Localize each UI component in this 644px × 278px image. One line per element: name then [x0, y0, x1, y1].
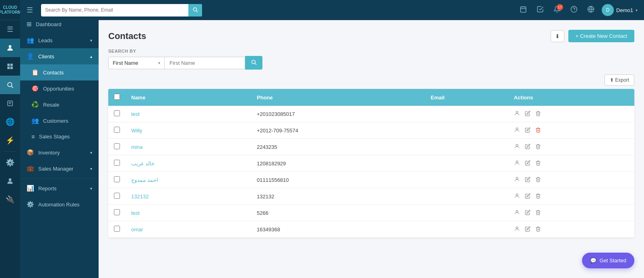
row-checkbox-5[interactable] [114, 193, 120, 199]
download-button[interactable]: ⬇ [551, 30, 564, 42]
contact-name-link-6[interactable]: test [131, 210, 140, 216]
action-edit-icon-3[interactable] [525, 160, 530, 167]
sidebar-icon-user-bottom[interactable] [0, 172, 20, 190]
contact-name-link-7[interactable]: omar [131, 227, 143, 233]
topbar-search-input[interactable] [41, 5, 188, 15]
svg-rect-4 [10, 67, 13, 69]
action-edit-icon-0[interactable] [525, 111, 530, 117]
action-delete-icon-1[interactable] [535, 127, 541, 134]
get-started-button[interactable]: 💬 Get Started [582, 253, 634, 268]
action-person-icon-1[interactable] [514, 127, 520, 134]
topbar-user-area[interactable]: D Demo1 ▾ [602, 4, 638, 16]
contact-name-link-2[interactable]: mina [131, 144, 142, 150]
row-phone-cell: 01111556810 [251, 172, 425, 188]
row-name-cell: test [126, 106, 251, 122]
action-edit-icon-1[interactable] [525, 127, 530, 134]
sidebar-icon-globe[interactable]: 🌐 [0, 113, 20, 131]
action-person-icon-4[interactable] [514, 176, 520, 183]
row-email-cell [425, 106, 508, 122]
sidebar-item-reports[interactable]: 📊 Reports ▾ [20, 180, 99, 196]
contact-name-link-4[interactable]: احمد ممدوح [131, 177, 158, 183]
action-person-icon-7[interactable] [514, 226, 520, 233]
action-delete-icon-3[interactable] [535, 160, 541, 167]
action-person-icon-2[interactable] [514, 143, 520, 150]
action-person-icon-6[interactable] [514, 209, 520, 216]
topbar-tasks-icon[interactable] [534, 6, 546, 15]
opportunities-icon: 🎯 [31, 85, 39, 92]
row-checkbox-7[interactable] [114, 226, 120, 232]
action-edit-icon-4[interactable] [525, 177, 530, 183]
action-person-icon-0[interactable] [514, 110, 520, 117]
sidebar-item-salesmanager[interactable]: 💼 Sales Manager ▾ [20, 161, 99, 177]
page-title: Contacts [108, 31, 146, 41]
row-checkbox-2[interactable] [114, 143, 120, 149]
topbar-notifications-icon[interactable]: 17 [551, 6, 563, 15]
svg-point-5 [8, 82, 12, 87]
topbar: ☰ 17 D Demo1 ▾ [20, 0, 644, 20]
action-edit-icon-7[interactable] [525, 226, 530, 233]
search-go-button[interactable] [245, 56, 262, 70]
action-person-icon-3[interactable] [514, 160, 520, 167]
topbar-search-box [41, 4, 202, 16]
action-delete-icon-6[interactable] [535, 210, 541, 216]
reports-icon: 📊 [27, 185, 34, 192]
contact-name-link-5[interactable]: 132132 [131, 194, 149, 200]
row-checkbox-1[interactable] [114, 127, 120, 133]
action-delete-icon-4[interactable] [535, 177, 541, 183]
logo: CLOUDPLATFORM [0, 0, 20, 20]
action-edit-icon-6[interactable] [525, 210, 530, 216]
row-checkbox-0[interactable] [114, 110, 120, 116]
search-input[interactable] [165, 57, 245, 69]
search-dropdown[interactable]: First Name ▾ [108, 57, 165, 69]
action-edit-icon-2[interactable] [525, 144, 530, 150]
sidebar-icon-gear[interactable]: ⚙️ [0, 153, 20, 172]
sidebar-item-customers[interactable]: 👥 Customers [20, 113, 99, 129]
row-actions-cell [508, 205, 634, 221]
topbar-help-icon[interactable] [568, 6, 580, 15]
topbar-search-button[interactable] [188, 4, 202, 16]
sidebar-item-automation[interactable]: ⚙️ Automation Rules [20, 196, 99, 212]
sidebar-icon-plugin[interactable]: 🔌 [0, 190, 20, 209]
action-delete-icon-2[interactable] [535, 144, 541, 150]
topbar-hamburger[interactable]: ☰ [27, 6, 33, 14]
row-actions-cell [508, 188, 634, 205]
sidebar-icon-search[interactable] [0, 76, 20, 94]
sidebar-icon-dashboard[interactable] [0, 57, 20, 76]
sidebar-icon-notes[interactable] [0, 94, 20, 113]
row-checkbox-4[interactable] [114, 176, 120, 182]
sidebar-item-leads[interactable]: 👥 Leads ▾ [20, 32, 99, 48]
search-dropdown-arrow-icon: ▾ [158, 61, 160, 65]
row-name-cell: mina [126, 139, 251, 155]
export-button[interactable]: ⬆ Export [605, 74, 634, 86]
action-delete-icon-0[interactable] [535, 111, 541, 117]
sidebar-item-contacts[interactable]: 📋 Contacts [20, 64, 99, 80]
sidebar-icon-profile[interactable] [0, 39, 20, 57]
topbar-calendar-icon[interactable] [517, 6, 529, 15]
action-edit-icon-5[interactable] [525, 193, 530, 200]
sidebar-item-clients[interactable]: 👤 Clients ▴ [20, 48, 99, 64]
row-checkbox-3[interactable] [114, 160, 120, 166]
topbar-language-icon[interactable] [585, 6, 597, 15]
sidebar-icon-settings-bottom[interactable]: ⚡ [0, 131, 20, 150]
row-email-cell [425, 155, 508, 172]
sidebar-icon-menu[interactable]: ☰ [0, 20, 20, 39]
contact-name-link-3[interactable]: خالد غريب [131, 161, 155, 167]
create-contact-button[interactable]: + Create New Contact [568, 30, 634, 42]
sidebar-item-opportunities[interactable]: 🎯 Opportunities [20, 80, 99, 97]
action-delete-icon-5[interactable] [535, 193, 541, 200]
action-delete-icon-7[interactable] [535, 226, 541, 233]
sidebar-item-inventory[interactable]: 📦 Inventory ▾ [20, 144, 99, 161]
contact-name-link-0[interactable]: test [131, 111, 140, 117]
row-checkbox-6[interactable] [114, 209, 120, 215]
sidebar-item-resale[interactable]: ♻️ Resale [20, 97, 99, 113]
row-name-cell: Willy [126, 122, 251, 139]
svg-point-29 [516, 210, 518, 212]
action-person-icon-5[interactable] [514, 193, 520, 200]
svg-rect-13 [520, 7, 526, 12]
get-started-icon: 💬 [590, 257, 597, 264]
icon-sidebar: CLOUDPLATFORM ☰ 🌐 ⚡ ⚙️ 🔌 [0, 0, 20, 278]
select-all-checkbox[interactable] [114, 94, 120, 100]
sidebar-item-salesstages[interactable]: ≡ Sales Stages [20, 129, 99, 144]
contact-name-link-1[interactable]: Willy [131, 128, 142, 134]
row-name-cell: خالد غريب [126, 155, 251, 172]
